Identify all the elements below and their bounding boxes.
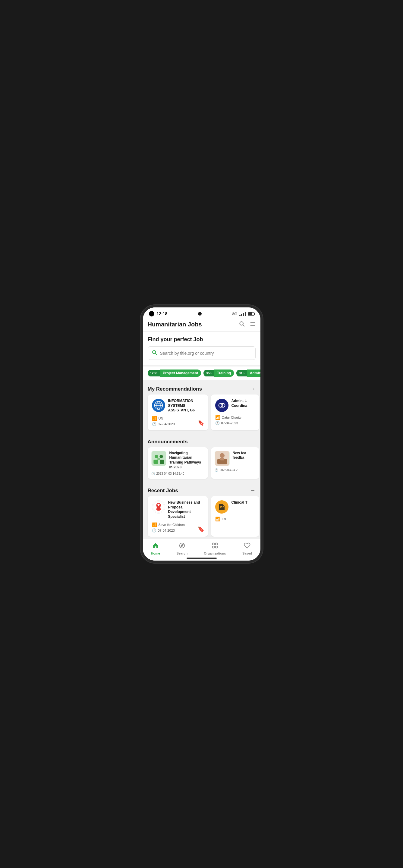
recommendations-title: My Recommendations <box>148 386 202 392</box>
sc-logo <box>152 500 165 514</box>
job-card-top-irc: IRC Clinical T <box>215 500 255 514</box>
signal-bars <box>239 312 246 316</box>
job-card-irc[interactable]: IRC Clinical T 📶 IRC <box>211 496 259 536</box>
clock-icon-sc: 🕐 <box>152 528 156 532</box>
qc-org-name: Qatar Charity <box>222 415 242 419</box>
signal-bar-1 <box>239 315 241 316</box>
ann-img-1 <box>151 451 166 466</box>
ann-img-2 <box>215 451 230 466</box>
un-job-title: INFORMATION SYSTEMS ASSISTANT, G6 <box>168 399 204 413</box>
header-icons <box>239 321 256 328</box>
pill-label-pm: Project Management <box>160 370 201 377</box>
job-card-top-qc: Admin, L Coordina <box>215 399 255 412</box>
bookmark-button-sc[interactable]: 🔖 <box>198 526 204 532</box>
svg-rect-18 <box>160 460 164 464</box>
battery-icon <box>248 312 254 315</box>
nav-item-home[interactable]: Home <box>151 542 160 555</box>
svg-rect-32 <box>213 546 214 548</box>
status-left: 12:18 <box>149 311 167 316</box>
irc-job-info: Clinical T <box>231 500 247 505</box>
nav-item-search[interactable]: Search <box>176 542 187 555</box>
job-card-sc[interactable]: New Business and Proposal Development Sp… <box>148 496 208 536</box>
svg-rect-30 <box>213 543 214 545</box>
announcement-card-1[interactable]: Navigating Humanitarian Training Pathway… <box>148 447 208 479</box>
category-pill-training[interactable]: 358 Training <box>204 370 234 377</box>
ann-top-1: Navigating Humanitarian Training Pathway… <box>151 451 204 470</box>
irc-org-name: IRC <box>222 517 227 521</box>
recent-jobs-title: Recent Jobs <box>148 488 178 494</box>
bars-icon-irc: 📶 <box>215 517 220 521</box>
ann-title-2: New fea feedba <box>233 451 256 460</box>
svg-point-21 <box>220 453 224 458</box>
qc-logo <box>215 399 228 412</box>
ann-title-1: Navigating Humanitarian Training Pathway… <box>169 451 204 470</box>
qc-job-date: 🕐 07-04-2023 <box>215 421 255 425</box>
bars-icon-qc: 📶 <box>215 415 220 420</box>
category-pill-admin[interactable]: 315 Admin and <box>236 370 260 377</box>
recent-jobs-cards: New Business and Proposal Development Sp… <box>143 496 260 541</box>
nav-item-saved[interactable]: Saved <box>242 542 252 555</box>
pill-count-training: 358 <box>204 370 214 376</box>
category-pill-pm[interactable]: 1268 Project Management <box>148 370 202 377</box>
svg-point-15 <box>155 455 158 458</box>
svg-rect-23 <box>220 458 224 460</box>
search-input[interactable] <box>160 351 252 355</box>
compass-icon <box>179 542 185 551</box>
un-logo <box>152 399 165 412</box>
announcements-cards: Navigating Humanitarian Training Pathway… <box>143 447 260 483</box>
nav-label-saved: Saved <box>242 552 252 555</box>
battery-fill <box>248 313 252 315</box>
recommendations-header: My Recommendations → <box>143 381 260 395</box>
recent-jobs-header: Recent Jobs → <box>143 483 260 496</box>
qc-job-title: Admin, L Coordina <box>231 399 255 408</box>
bars-icon-un: 📶 <box>152 416 157 421</box>
sc-job-meta: 📶 Save the Children <box>152 522 204 527</box>
clock-icon-ann1: 🕐 <box>151 472 155 475</box>
svg-rect-31 <box>216 543 217 545</box>
pill-label-admin: Admin and <box>247 370 260 377</box>
network-label: 3G <box>232 312 237 316</box>
camera-dot <box>149 311 154 316</box>
job-card-qc[interactable]: Admin, L Coordina 📶 Qatar Charity 🕐 07-0… <box>211 395 259 430</box>
pill-count-admin: 315 <box>236 370 247 376</box>
clock-icon-ann2: 🕐 <box>215 468 218 472</box>
nav-item-organizations[interactable]: Organizations <box>204 542 226 555</box>
svg-rect-17 <box>153 460 158 464</box>
ann-date-1: 🕐 2023-04-03 14:53:40 <box>151 472 204 475</box>
job-card-top-sc: New Business and Proposal Development Sp… <box>152 500 204 519</box>
signal-bar-2 <box>241 314 242 316</box>
svg-marker-29 <box>181 544 183 547</box>
nav-label-home: Home <box>151 552 160 555</box>
front-camera <box>198 312 202 315</box>
ann-date-2: 🕐 2023-03-24 2 <box>215 468 256 472</box>
scrollable-content[interactable]: Find your perfect Job 1268 Project Manag… <box>143 332 260 549</box>
search-icon[interactable] <box>239 321 245 328</box>
recent-jobs-arrow[interactable]: → <box>250 487 256 494</box>
job-card-un[interactable]: INFORMATION SYSTEMS ASSISTANT, G6 📶 UN 🕐… <box>148 395 208 430</box>
signal-bar-3 <box>243 313 244 316</box>
announcements-header: Announcements <box>143 435 260 447</box>
nav-label-search: Search <box>176 552 187 555</box>
grid-icon <box>212 542 218 551</box>
svg-rect-19 <box>157 458 160 460</box>
un-job-date: 🕐 07-04-2023 <box>152 422 204 426</box>
hero-title: Find your perfect Job <box>148 336 256 343</box>
recommendations-arrow[interactable]: → <box>250 386 256 392</box>
sc-job-info: New Business and Proposal Development Sp… <box>168 500 204 519</box>
signal-bar-4 <box>245 312 246 316</box>
app-header: Humanitarian Jobs <box>143 318 260 332</box>
svg-text:IRC: IRC <box>220 506 224 509</box>
recommendations-cards: INFORMATION SYSTEMS ASSISTANT, G6 📶 UN 🕐… <box>143 395 260 435</box>
pill-label-training: Training <box>214 370 234 377</box>
bookmark-button-un[interactable]: 🔖 <box>198 420 204 426</box>
irc-job-meta: 📶 IRC <box>215 517 255 521</box>
home-icon <box>152 542 159 551</box>
announcement-card-2[interactable]: New fea feedba 🕐 2023-03-24 2 <box>211 447 259 479</box>
ann-top-2: New fea feedba <box>215 451 256 466</box>
search-box[interactable] <box>148 346 256 360</box>
menu-icon[interactable] <box>249 321 256 328</box>
qc-job-meta: 📶 Qatar Charity <box>215 415 255 420</box>
category-tabs: 1268 Project Management 358 Training 315… <box>143 367 260 380</box>
un-org-name: UN <box>159 416 163 420</box>
status-bar: 12:18 3G <box>143 307 260 318</box>
